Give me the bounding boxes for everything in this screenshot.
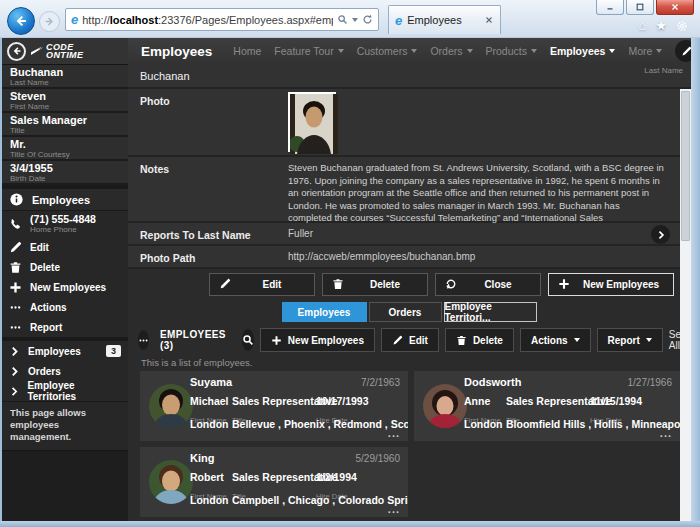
field-label: Title <box>10 126 120 135</box>
delete-button[interactable]: Delete <box>445 328 514 352</box>
trash-icon <box>332 278 344 290</box>
sidebar-action-new-employees[interactable]: New Employees <box>2 277 128 297</box>
field-value: Mr. <box>10 138 120 150</box>
search-button[interactable] <box>242 329 254 351</box>
address-bar[interactable]: e http://localhost:23376/Pages/Employees… <box>65 8 379 31</box>
nav-feature-tour[interactable]: Feature Tour <box>274 45 343 57</box>
edit-button[interactable]: Edit <box>209 273 315 296</box>
window-frame-right <box>691 38 700 521</box>
card-hire-date: 1/2/1994 <box>316 471 357 483</box>
reports-to-row[interactable]: Reports To Last Name Fuller <box>128 223 680 246</box>
chevron-down-icon <box>411 49 417 53</box>
card-more-button[interactable]: ... <box>660 427 672 439</box>
button-label: Report <box>608 335 640 346</box>
delete-button[interactable]: Delete <box>322 273 428 296</box>
app-back-button[interactable] <box>7 42 26 61</box>
new-employees-button[interactable]: New Employees <box>260 328 375 352</box>
button-label: Actions <box>531 335 568 346</box>
actions-dropdown[interactable]: Actions <box>520 328 591 352</box>
nav-customers[interactable]: Customers <box>357 45 418 57</box>
card-hire-date: 11/15/1994 <box>590 395 642 407</box>
window-close-button[interactable] <box>656 0 694 15</box>
employee-card-dodsworth[interactable]: Dodsworth 1/27/1966 AnneFirst Name Sales… <box>414 371 680 441</box>
browser-tab[interactable]: e Employees <box>388 5 501 34</box>
button-label: Edit <box>409 335 428 346</box>
vertical-scrollbar[interactable] <box>680 89 691 521</box>
photo-path-row: Photo Path http://accweb/emmployees/buch… <box>128 246 680 269</box>
browser-forward-button[interactable] <box>39 11 60 32</box>
card-first-name: Robert <box>190 471 224 483</box>
tools-gear-icon[interactable] <box>676 20 688 32</box>
browser-chrome: e http://localhost:23376/Pages/Employees… <box>0 0 700 38</box>
field-value: 3/4/1955 <box>10 162 120 174</box>
browser-window: e http://localhost:23376/Pages/Employees… <box>0 0 700 527</box>
sidebar-field-title-of-courtesy[interactable]: Mr. Title Of Courtesy <box>2 137 128 161</box>
nav-employees[interactable]: Employees <box>550 45 615 57</box>
reports-to-label: Reports To Last Name <box>140 229 251 241</box>
close-button[interactable]: Close <box>435 273 541 296</box>
list-toolbar: EMPLOYEES (3) New Employees Edit Delete <box>128 325 680 355</box>
card-more-button[interactable]: ... <box>388 503 400 515</box>
browser-back-button[interactable] <box>7 7 35 35</box>
new-employees-button[interactable]: New Employees <box>548 273 674 296</box>
card-territories: Bloomfield Hills , Hollis , Minneapolis … <box>506 418 680 430</box>
scrollbar-thumb[interactable] <box>681 91 690 241</box>
window-controls <box>594 0 694 15</box>
sidebar-action-delete[interactable]: Delete <box>2 257 128 277</box>
autocomplete-caret-icon[interactable] <box>352 18 358 22</box>
sidebar-nav-employee-territories[interactable]: Employee Territories <box>2 381 128 401</box>
phone-icon <box>9 218 22 231</box>
sidebar-action-actions[interactable]: Actions <box>2 297 128 317</box>
sidebar-nav-employees[interactable]: Employees 3 <box>2 341 128 361</box>
sidebar-field-birth-date[interactable]: 3/4/1955 Birth Date <box>2 161 128 185</box>
sidebar-action-report[interactable]: Report <box>2 317 128 337</box>
detail-tabs: Employees Orders Employee Territori... <box>158 299 660 325</box>
window-minimize-button[interactable] <box>596 0 624 15</box>
employee-card-king[interactable]: King 5/29/1960 RobertFirst Name Sales Re… <box>140 447 408 517</box>
card-territories: Bellevue , Phoenix , Redmond , Scottsdal… <box>232 418 408 430</box>
list-menu-button[interactable] <box>138 330 149 350</box>
employee-card-suyama[interactable]: Suyama 7/2/1963 MichaelFirst Name Sales … <box>140 371 408 441</box>
favorites-star-icon[interactable]: ★ <box>655 19 667 32</box>
field-value: Sales Manager <box>10 114 120 126</box>
button-label: Edit <box>239 279 305 290</box>
search-icon[interactable] <box>337 14 348 25</box>
window-maximize-button[interactable] <box>626 0 654 15</box>
sidebar-field-first-name[interactable]: Steven First Name <box>2 89 128 113</box>
card-city: London <box>190 418 228 430</box>
sidebar-field-last-name[interactable]: Buchanan Last Name <box>2 65 128 89</box>
nav-orders[interactable]: Orders <box>430 45 472 57</box>
chevron-right-icon <box>656 230 666 240</box>
address-url[interactable]: http://localhost:23376/Pages/Employees.a… <box>82 14 333 26</box>
nav-label: Employee Territories <box>27 380 121 402</box>
tab-close-icon[interactable] <box>484 15 494 25</box>
territories-label: Territories <box>232 439 265 441</box>
nav-more[interactable]: More <box>628 45 662 57</box>
home-icon[interactable]: ⌂ <box>638 19 646 32</box>
edit-button[interactable]: Edit <box>381 328 439 352</box>
action-label: Actions <box>30 302 67 313</box>
nav-home[interactable]: Home <box>233 45 261 57</box>
employee-photo[interactable] <box>288 92 336 152</box>
sidebar-phone-item[interactable]: (71) 555-4848 Home Phone <box>2 211 128 237</box>
city-label: City <box>190 439 203 441</box>
chevron-down-icon <box>609 49 615 53</box>
refresh-icon[interactable] <box>362 14 373 25</box>
tab-employees[interactable]: Employees <box>282 302 367 322</box>
nav-products[interactable]: Products <box>486 45 537 57</box>
tab-orders[interactable]: Orders <box>369 302 442 322</box>
tab-favicon-icon: e <box>395 14 402 27</box>
sidebar-field-title[interactable]: Sales Manager Title <box>2 113 128 137</box>
sidebar-action-edit[interactable]: Edit <box>2 237 128 257</box>
card-more-button[interactable]: ... <box>388 427 400 439</box>
button-label: Delete <box>473 335 503 346</box>
report-dropdown[interactable]: Report <box>597 328 663 352</box>
tab-employee-territories[interactable]: Employee Territori... <box>444 302 537 322</box>
sidebar-current-page[interactable]: Employees <box>2 189 128 211</box>
sidebar-nav-orders[interactable]: Orders <box>2 361 128 381</box>
action-label: Edit <box>30 242 49 253</box>
app-logo[interactable]: CODEONTIME <box>31 43 83 59</box>
record-header-value: Buchanan <box>140 70 190 82</box>
reports-to-drilldown-button[interactable] <box>651 225 670 244</box>
page-description: This page allows employees management. <box>2 401 128 451</box>
